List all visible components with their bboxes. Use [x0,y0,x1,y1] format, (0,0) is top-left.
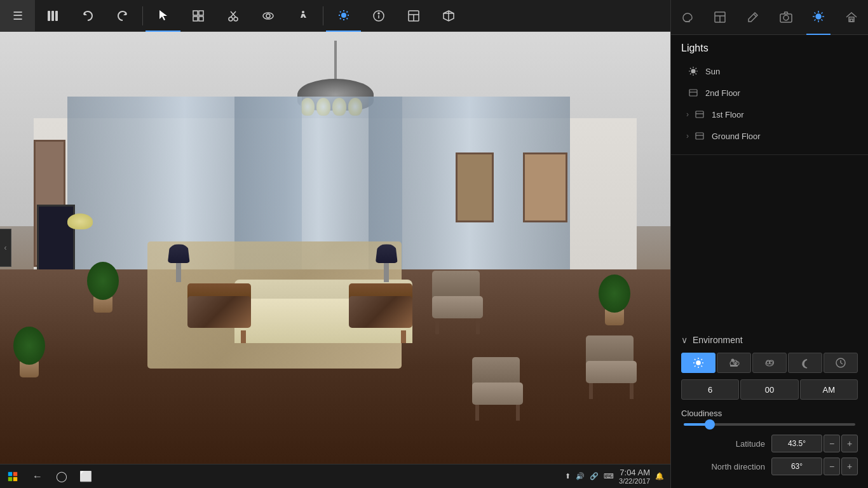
volume-icon[interactable]: 🔊 [576,472,585,480]
time-hour-input[interactable]: 6 [681,379,739,400]
ground-floor-chevron: › [686,132,689,140]
light-item-1st-floor[interactable]: › 1st Floor [681,104,858,125]
select-icon[interactable] [146,0,180,32]
objects-icon[interactable] [180,0,215,32]
plant-1 [87,259,119,313]
undo-icon[interactable] [70,0,105,32]
system-tray-icon[interactable]: ⬆ [565,472,571,480]
sun-toolbar-icon[interactable] [326,0,361,32]
svg-rect-0 [48,11,50,21]
svg-rect-68 [696,133,703,139]
task-view-button[interactable]: ⬜ [74,464,98,489]
left-panel-toggle[interactable]: ‹ [0,229,11,267]
clock-time: 7:04 AM [619,468,650,477]
svg-line-20 [340,11,341,13]
light-item-2nd-floor[interactable]: 2nd Floor [681,82,858,104]
svg-point-43 [783,15,789,20]
redo-icon[interactable] [105,0,140,32]
lights-title: Lights [681,43,858,54]
keyboard-icon[interactable]: ⌨ [604,472,614,480]
wall-art-2 [456,152,494,222]
env-expand-chevron: ∨ [681,335,688,345]
svg-line-52 [815,20,816,21]
paint-tab[interactable] [675,0,700,35]
layout-rtab[interactable] [708,0,732,35]
svg-rect-6 [193,17,198,21]
latitude-decrease-btn[interactable]: − [824,435,840,452]
edit-rtab[interactable] [741,0,765,35]
3d-viewport[interactable]: ‹ [0,32,670,464]
1st-floor-icon [693,107,707,121]
clock-date: 3/22/2017 [619,477,650,485]
env-btn-clock[interactable] [824,353,858,373]
latitude-input[interactable]: 43.5° [771,435,822,452]
north-decrease-btn[interactable]: − [824,458,840,475]
separator-2 [323,6,323,25]
svg-point-15 [341,13,346,18]
north-direction-label: North direction [681,462,771,471]
svg-rect-5 [199,11,203,15]
svg-line-41 [754,14,756,17]
svg-line-50 [822,20,823,21]
cut-icon[interactable] [215,0,250,32]
svg-rect-7 [199,17,203,21]
lights-section: Lights Sun [671,35,868,155]
sun-light-icon [686,64,700,78]
back-button[interactable]: ← [25,464,50,489]
start-button[interactable] [0,464,25,489]
cube-icon[interactable] [431,0,466,32]
menu-icon[interactable]: ☰ [0,0,35,32]
armchair-left [187,283,251,334]
info-icon[interactable] [361,0,396,32]
view-icon[interactable] [250,0,285,32]
light-item-sun[interactable]: Sun [681,60,858,82]
camera-rtab[interactable] [774,0,798,35]
latitude-increase-btn[interactable]: + [841,435,858,452]
ground-floor-icon [693,129,707,143]
north-direction-input[interactable]: 63° [771,458,822,475]
north-increase-btn[interactable]: + [841,458,858,475]
2nd-floor-label: 2nd Floor [705,88,853,98]
armchair-right [349,283,412,334]
svg-rect-1 [51,11,54,21]
env-btn-cloudy[interactable] [752,353,787,373]
walk-icon[interactable] [285,0,320,32]
top-toolbar: ☰ [0,0,670,32]
svg-line-49 [815,13,816,14]
cloudiness-slider[interactable] [681,423,858,426]
svg-point-55 [691,69,695,73]
cloudiness-label: Cloudiness [681,409,858,418]
dining-chair-2 [472,357,523,421]
svg-line-76 [702,366,703,367]
room-scene [0,32,670,464]
network-icon[interactable]: 🔗 [590,472,599,480]
1st-floor-label: 1st Floor [712,110,853,119]
dining-chair-3 [586,336,637,399]
light-item-ground-floor[interactable]: › Ground Floor [681,125,858,147]
cortana-button[interactable]: ◯ [50,464,74,489]
latitude-label: Latitude [681,439,771,449]
environment-header[interactable]: ∨ Environment [681,335,858,345]
library-icon[interactable] [35,0,70,32]
svg-rect-33 [8,471,12,475]
layout-icon[interactable] [396,0,431,32]
taskbar-system-tray: ⬆ 🔊 🔗 ⌨ 7:04 AM 3/22/2017 🔔 [565,468,670,485]
plant-2 [13,323,45,377]
notification-icon[interactable]: 🔔 [655,472,664,480]
env-btn-night[interactable] [788,353,822,373]
svg-point-13 [266,14,270,18]
svg-line-62 [696,68,697,69]
sun-rtab[interactable] [806,0,831,35]
time-minutes-input[interactable]: 00 [740,379,798,400]
svg-rect-36 [13,477,17,480]
env-btn-clear[interactable] [681,353,715,373]
time-period-input[interactable]: AM [800,379,858,400]
home-rtab[interactable] [839,0,864,35]
system-clock[interactable]: 7:04 AM 3/22/2017 [619,468,650,485]
env-btn-partly-cloudy[interactable] [717,353,751,373]
svg-line-63 [690,74,691,75]
svg-line-77 [702,359,703,360]
svg-line-23 [340,18,341,19]
environment-title: Environment [693,335,743,345]
time-inputs: 6 00 AM [681,379,858,400]
